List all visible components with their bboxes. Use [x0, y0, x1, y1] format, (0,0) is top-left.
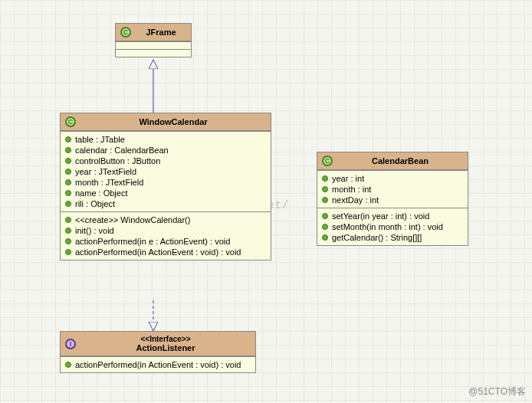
operation-row: getCalendar() : String[][]	[322, 232, 463, 243]
class-name: WindowCalendar	[139, 117, 207, 126]
class-name: CalendarBean	[372, 156, 429, 165]
operation-row: <<create>> WindowCalendar()	[65, 215, 266, 225]
class-header: C WindowCalendar	[61, 113, 271, 131]
visibility-icon	[322, 175, 328, 182]
footer-brand: @51CTO博客	[468, 385, 526, 398]
attr-text: month : JTextField	[75, 178, 143, 187]
visibility-icon	[322, 234, 328, 241]
attr-text: name : Object	[75, 188, 127, 198]
operations-section: <<create>> WindowCalendar() init() : voi…	[61, 211, 271, 260]
attr-text: rili : Object	[75, 199, 115, 208]
attr-text: year : JTextField	[75, 167, 136, 176]
visibility-icon	[322, 213, 328, 219]
visibility-icon	[65, 158, 71, 164]
visibility-icon	[65, 169, 71, 175]
op-text: actionPerformed(in e : ActionEvent) : vo…	[75, 237, 230, 246]
class-icon: C	[322, 156, 333, 166]
attr-text: table : JTable	[75, 135, 125, 144]
attribute-row: table : JTable	[65, 134, 266, 145]
attribute-row: month : int	[322, 184, 463, 195]
visibility-icon	[65, 228, 71, 234]
attribute-row: nextDay : int	[322, 195, 463, 205]
class-icon: C	[65, 116, 76, 127]
operation-row: actionPerformed(in ActionEvent : void) :…	[65, 359, 251, 370]
attr-text: calendar : CalendarBean	[75, 146, 169, 155]
attribute-row: month : JTextField	[65, 177, 266, 188]
visibility-icon	[65, 249, 71, 255]
attributes-section: year : int month : int nextDay : int	[317, 170, 468, 208]
attr-text: controlButton : JButton	[75, 156, 160, 165]
op-text: init() : void	[75, 226, 114, 235]
operation-row: setMonth(in month : int) : void	[322, 221, 463, 232]
visibility-icon	[322, 186, 328, 192]
op-text: actionPerformed(in ActionEvent : void) :…	[75, 360, 241, 369]
op-text: <<create>> WindowCalendar()	[75, 215, 190, 224]
class-name: ActionListener	[136, 343, 195, 352]
attributes-section	[116, 41, 191, 49]
class-header: C CalendarBean	[317, 152, 468, 170]
operation-row: init() : void	[65, 225, 266, 236]
visibility-icon	[322, 197, 328, 203]
class-actionlistener[interactable]: I <<Interface>> ActionListener actionPer…	[60, 331, 256, 373]
attributes-section: table : JTable calendar : CalendarBean c…	[61, 131, 271, 211]
stereotype: <<Interface>>	[140, 335, 190, 343]
visibility-icon	[65, 201, 71, 207]
op-text: setMonth(in month : int) : void	[332, 222, 443, 231]
interface-icon: I	[65, 339, 76, 349]
visibility-icon	[65, 238, 71, 244]
visibility-icon	[65, 147, 71, 153]
operations-section: setYear(in year : int) : void setMonth(i…	[317, 208, 468, 245]
operation-row: actionPerformed(in ActionEvent : void) :…	[65, 247, 266, 257]
operations-section	[116, 49, 191, 57]
attribute-row: rili : Object	[65, 198, 266, 209]
op-text: setYear(in year : int) : void	[332, 211, 429, 221]
attribute-row: calendar : CalendarBean	[65, 145, 266, 156]
class-windowcalendar[interactable]: C WindowCalendar table : JTable calendar…	[60, 113, 271, 260]
op-text: getCalendar() : String[][]	[332, 233, 422, 242]
attr-text: nextDay : int	[332, 195, 379, 205]
class-icon: C	[120, 27, 131, 38]
visibility-icon	[65, 179, 71, 185]
visibility-icon	[65, 190, 71, 196]
op-text: actionPerformed(in ActionEvent : void) :…	[75, 247, 241, 257]
class-name: JFrame	[146, 28, 176, 37]
attr-text: month : int	[332, 185, 371, 194]
visibility-icon	[65, 362, 71, 368]
class-header: I <<Interface>> ActionListener	[61, 332, 255, 356]
class-calendarbean[interactable]: C CalendarBean year : int month : int ne…	[317, 152, 468, 246]
attribute-row: controlButton : JButton	[65, 156, 266, 166]
attribute-row: year : JTextField	[65, 166, 266, 177]
visibility-icon	[65, 217, 71, 223]
operation-row: actionPerformed(in e : ActionEvent) : vo…	[65, 236, 266, 247]
operations-section: actionPerformed(in ActionEvent : void) :…	[61, 356, 255, 372]
visibility-icon	[322, 224, 328, 230]
class-header: C JFrame	[116, 24, 191, 41]
operation-row: setYear(in year : int) : void	[322, 211, 463, 221]
visibility-icon	[65, 136, 71, 143]
attr-text: year : int	[332, 174, 364, 183]
class-jframe[interactable]: C JFrame	[115, 23, 192, 57]
attribute-row: year : int	[322, 173, 463, 184]
attribute-row: name : Object	[65, 188, 266, 198]
